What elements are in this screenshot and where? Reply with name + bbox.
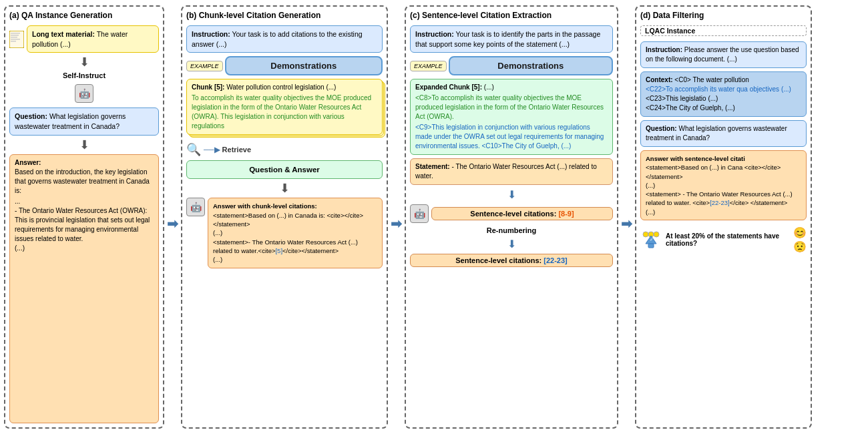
instruction-label-c: Instruction: <box>415 30 454 38</box>
answer-list-a: ...- The Ontario Water Resources Act (OW… <box>15 197 154 253</box>
robot-icon: 🤖 <box>75 84 93 103</box>
context-c24: <C24>The City of Guelph, (...) <box>646 103 801 113</box>
sent-citations-row-1: 🤖 Sentence-level citations: [8-9] <box>410 204 613 223</box>
filter-answers: 😊 😟 <box>793 226 807 253</box>
answer-text-d: <statement>Based on (...) in Cana <cite>… <box>646 163 801 216</box>
section-a-title: (a) QA Instance Generation <box>9 11 159 20</box>
qa-box-b: Question & Answer <box>186 160 383 179</box>
answer-chunk-label: Answer with chunk-level citations: <box>213 202 317 210</box>
right-arrow-cd: ➡ <box>621 216 632 232</box>
sent-citations-1: Sentence-level citations: [8-9] <box>431 207 613 220</box>
main-container: (a) QA Instance Generation Long text mat… <box>0 0 868 434</box>
answer-box-a: Answer: Based on the introduction, the k… <box>9 154 159 423</box>
answer-label-d: Answer with sentence-level citati <box>646 155 745 162</box>
arrow-b-c: ➡ <box>391 5 402 429</box>
demonstrations-box-b: Demonstrations <box>225 56 383 75</box>
robot-icon-b: 🤖 <box>186 198 205 216</box>
answer-label-a: Answer: <box>15 159 41 166</box>
sent-citations-2-label: Sentence-level citations: <box>455 256 541 264</box>
right-arrow-ab: ➡ <box>167 216 178 232</box>
filter-row: ✓ ✓ ✓ At least 20% of the statements hav… <box>640 226 807 253</box>
instruction-label-d: Instruction: <box>646 46 682 53</box>
svg-text:✓: ✓ <box>655 237 659 242</box>
sent-citations-2-value: [22-23] <box>544 256 567 264</box>
robot-answer-row-b: 🤖 Answer with chunk-level citations: <st… <box>186 198 383 268</box>
answer-chunk-text: <statement>Based on (...) in Canada is: … <box>213 211 377 264</box>
example-badge-c: EXAMPLE <box>410 56 447 75</box>
svg-point-10 <box>643 232 648 237</box>
arrow-a-b: ➡ <box>167 5 178 429</box>
statement-box-c: Statement: - The Ontario Water Resources… <box>410 158 613 185</box>
expanded-c8: <C8>To accomplish its water quality obje… <box>415 93 608 122</box>
robot-icon-c: 🤖 <box>410 204 429 223</box>
chunk-retrieve-row: Chunk [5]: Water pollution control legis… <box>186 79 383 135</box>
arrow-down-a: ⬇ <box>9 139 159 151</box>
section-c-title: (c) Sentence-level Citation Extraction <box>410 11 613 20</box>
sent-citations-1-value: [8-9] <box>558 210 574 218</box>
svg-rect-5 <box>11 33 20 34</box>
question-label-d: Question: <box>646 125 677 132</box>
example-label-c: EXAMPLE <box>410 61 447 71</box>
section-b: (b) Chunk-level Citation Generation Inst… <box>181 5 388 429</box>
sent-citations-1-label: Sentence-level citations: <box>470 210 556 218</box>
svg-rect-14 <box>648 244 654 248</box>
arrow-down-c2: ⬇ <box>410 238 613 250</box>
retrieve-label: Retrieve <box>222 146 251 154</box>
svg-text:✓: ✓ <box>644 237 648 242</box>
doc-row: Long text material: The water pollution … <box>9 25 159 53</box>
expanded-chunk-box: Expanded Chunk [5]: (...) <C8>To accompl… <box>410 79 613 155</box>
long-text-box: Long text material: The water pollution … <box>27 25 159 53</box>
renumbering-label: Re-numbering <box>410 226 613 234</box>
context-box-d: Context: <C0> The water pollution <C22>T… <box>640 71 807 117</box>
context-c22: <C22>To accomplish its water qua objecti… <box>646 85 801 94</box>
example-label-b: EXAMPLE <box>186 61 223 71</box>
robot-row: 🤖 <box>9 84 159 103</box>
instruction-label-b: Instruction: <box>192 30 230 38</box>
arrow-retrieve: ──▶ <box>204 146 220 154</box>
section-b-title: (b) Chunk-level Citation Generation <box>186 11 383 20</box>
magnify-icon: 🔍 <box>186 142 201 157</box>
svg-rect-8 <box>11 39 20 40</box>
chunk-label-b: Chunk [5]: <box>192 83 224 91</box>
statement-label-c: Statement: <box>415 163 450 170</box>
answer-box-d: Answer with sentence-level citati <state… <box>640 150 807 220</box>
question-label-a: Question: <box>15 112 47 120</box>
expanded-c9: <C9>This legislation in conjunction with… <box>415 123 608 151</box>
chunk-stacked: Chunk [5]: Water pollution control legis… <box>186 79 383 135</box>
arrow-self-instruct: ⬇ <box>9 56 159 68</box>
expanded-label: Expanded Chunk [5]: <box>415 83 482 91</box>
chunk-highlight-b: To accomplish its water quality objectiv… <box>192 93 377 131</box>
document-icon <box>9 31 24 48</box>
retrieve-row: 🔍 ──▶ Retrieve <box>186 142 383 157</box>
context-c23: <C23>This legislatio (...) <box>646 94 801 103</box>
svg-rect-6 <box>11 35 19 36</box>
instruction-box-d: Instruction: Please answer the use quest… <box>640 41 807 68</box>
section-d-title: (d) Data Filtering <box>640 11 807 20</box>
answer-chunk-box: Answer with chunk-level citations: <stat… <box>208 198 383 268</box>
right-arrow-bc: ➡ <box>391 216 402 232</box>
chunk-box-b: Chunk [5]: Water pollution control legis… <box>186 79 383 135</box>
section-d: (d) Data Filtering LQAC Instance Instruc… <box>635 5 812 429</box>
instruction-box-c: Instruction: Your task is to identify th… <box>410 25 613 53</box>
yes-emoji: 😊 <box>793 226 807 239</box>
sent-citations-2: Sentence-level citations: [22-23] <box>410 254 613 267</box>
question-box-a: Question: What legislation governs waste… <box>9 107 159 135</box>
filter-question-text: At least 20% of the statements have cita… <box>666 232 789 247</box>
answer-text-a: Based on the introduction, the key legis… <box>15 168 154 196</box>
svg-text:✓: ✓ <box>650 237 654 242</box>
svg-point-12 <box>654 232 659 237</box>
section-a: (a) QA Instance Generation Long text mat… <box>4 5 164 429</box>
arrow-down-b: ⬇ <box>186 182 383 194</box>
self-instruct-label: Self-Instruct <box>9 71 159 79</box>
context-c0: <C0> The water pollution <box>674 76 749 83</box>
lqac-label: LQAC Instance <box>640 25 807 36</box>
svg-rect-9 <box>11 41 16 42</box>
no-emoji: 😟 <box>793 240 807 253</box>
svg-rect-7 <box>11 37 17 38</box>
filter-icon: ✓ ✓ ✓ <box>640 229 662 250</box>
instruction-box-b: Instruction: Your task is to add citatio… <box>186 25 383 53</box>
arrow-down-c1: ⬇ <box>410 188 613 201</box>
arrow-c-d: ➡ <box>621 5 632 429</box>
question-box-d: Question: What legislation governs waste… <box>640 120 807 147</box>
demonstrations-row-c: EXAMPLE Demonstrations <box>410 56 613 75</box>
